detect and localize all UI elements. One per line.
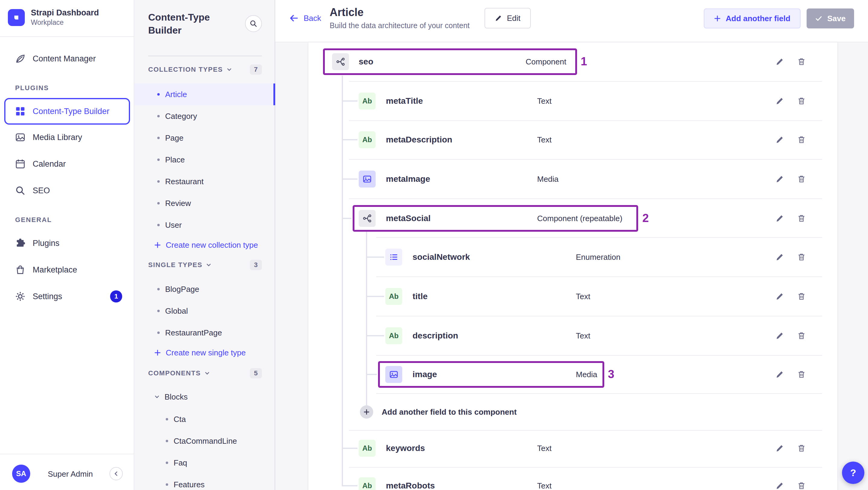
subnav-item-restaurant[interactable]: Restaurant [134, 171, 275, 192]
subnav-item-features[interactable]: Features [134, 474, 275, 490]
workspace-subtitle: Workplace [31, 18, 99, 27]
annotation-number-2: 2 [642, 212, 649, 225]
save-button[interactable]: Save [807, 8, 854, 28]
nav-item-media-library[interactable]: Media Library [0, 125, 134, 149]
field-row-metatitle[interactable]: Ab metaTitle Text [309, 84, 837, 119]
layout-grid-icon [15, 106, 25, 117]
bullet-icon [157, 137, 160, 139]
count-badge: 5 [250, 368, 262, 378]
field-row-image[interactable]: image Media [309, 357, 837, 392]
delete-field-button[interactable] [794, 211, 809, 226]
edit-field-button[interactable] [772, 329, 787, 343]
plus-icon [360, 405, 373, 419]
delete-field-button[interactable] [794, 479, 809, 490]
annotation-number-1: 1 [581, 55, 587, 68]
edit-field-button[interactable] [772, 55, 787, 69]
bullet-icon [157, 288, 160, 290]
nav-item-settings[interactable]: Settings 1 [0, 284, 134, 308]
delete-field-button[interactable] [794, 250, 809, 264]
nav-item-label: Settings [33, 292, 62, 301]
collapse-sidebar-button[interactable] [110, 467, 123, 480]
field-row-metarobots[interactable]: Ab metaRobots Text [309, 468, 837, 490]
brand: Strapi Dashboard Workplace [8, 8, 99, 27]
back-link[interactable]: Back [289, 7, 321, 29]
subnav-item-global[interactable]: Global [134, 300, 275, 322]
edit-field-button[interactable] [772, 250, 787, 264]
single-types-header[interactable]: SINGLE TYPES 3 [148, 259, 262, 271]
create-single-type-link[interactable]: Create new single type [154, 346, 246, 359]
delete-field-button[interactable] [794, 367, 809, 382]
subnav-item-category[interactable]: Category [134, 105, 275, 127]
fields-panel: seo Component Ab metaTitle Text Ab metaD… [309, 42, 837, 490]
strapi-dashboard: Strapi Dashboard Workplace Content Manag… [0, 0, 868, 490]
components-header[interactable]: COMPONENTS 5 [148, 367, 262, 379]
subnav-item-ctacommandline[interactable]: CtaCommandLine [134, 430, 275, 452]
subnav-item-faq[interactable]: Faq [134, 452, 275, 474]
subnav-item-review[interactable]: Review [134, 192, 275, 214]
add-another-field-button[interactable]: Add another field [704, 8, 801, 28]
nav-item-content-type-builder[interactable]: Content-Type Builder [4, 98, 130, 125]
nav-item-calendar[interactable]: Calendar [0, 152, 134, 176]
subnav-item-place[interactable]: Place [134, 149, 275, 171]
subnav-item-user[interactable]: User [134, 214, 275, 236]
field-name: metaDescription [386, 135, 452, 145]
user-avatar[interactable]: SA [12, 465, 30, 483]
help-button[interactable]: ? [842, 462, 864, 484]
edit-field-button[interactable] [772, 367, 787, 382]
delete-field-button[interactable] [794, 172, 809, 186]
arrow-left-icon [289, 13, 299, 23]
nav-item-marketplace[interactable]: Marketplace [0, 258, 134, 282]
text-field-icon: Ab [359, 93, 376, 110]
edit-field-button[interactable] [772, 132, 787, 147]
bullet-icon [157, 115, 160, 117]
count-badge: 7 [250, 64, 262, 75]
row-actions [772, 289, 809, 304]
row-actions [772, 479, 809, 490]
nav-item-label: Media Library [33, 133, 82, 142]
field-row-metadescription[interactable]: Ab metaDescription Text [309, 122, 837, 157]
field-row-title[interactable]: Ab title Text [309, 279, 837, 314]
row-actions [772, 55, 809, 69]
add-component-field-row[interactable]: Add another field to this component [309, 394, 837, 429]
calendar-icon [15, 159, 25, 169]
field-row-seo[interactable]: seo Component [309, 44, 837, 79]
field-row-description[interactable]: Ab description Text [309, 318, 837, 353]
edit-field-button[interactable] [772, 479, 787, 490]
edit-field-button[interactable] [772, 211, 787, 226]
nav-item-seo[interactable]: SEO [0, 179, 134, 203]
create-collection-type-link[interactable]: Create new collection type [154, 238, 258, 252]
edit-field-button[interactable] [772, 289, 787, 304]
delete-field-button[interactable] [794, 55, 809, 69]
edit-field-button[interactable] [772, 441, 787, 456]
nav-item-plugins[interactable]: Plugins [0, 231, 134, 255]
subnav-item-article[interactable]: Article [134, 84, 275, 105]
subnav-item-cta[interactable]: Cta [134, 408, 275, 430]
nav-item-label: Calendar [33, 159, 66, 169]
field-row-keywords[interactable]: Ab keywords Text [309, 431, 837, 466]
edit-button[interactable]: Edit [485, 8, 531, 28]
subnav-item-blogpage[interactable]: BlogPage [134, 278, 275, 300]
delete-field-button[interactable] [794, 94, 809, 108]
delete-field-button[interactable] [794, 132, 809, 147]
field-name: metaTitle [386, 96, 423, 106]
subnav-item-blocks[interactable]: Blocks [134, 386, 275, 408]
edit-field-button[interactable] [772, 172, 787, 186]
delete-field-button[interactable] [794, 441, 809, 456]
row-actions [772, 132, 809, 147]
field-row-metaimage[interactable]: metaImage Media [309, 161, 837, 196]
subnav-item-page[interactable]: Page [134, 127, 275, 149]
row-actions [772, 441, 809, 456]
edit-field-button[interactable] [772, 94, 787, 108]
nav-item-content-manager[interactable]: Content Manager [0, 47, 134, 71]
bullet-icon [157, 180, 160, 183]
subnav-item-restaurantpage[interactable]: RestaurantPage [134, 322, 275, 344]
field-row-socialnetwork[interactable]: socialNetwork Enumeration [309, 240, 837, 275]
nav-item-label: Marketplace [33, 265, 77, 275]
search-button[interactable] [245, 15, 262, 32]
field-row-metasocial[interactable]: metaSocial Component (repeatable) [309, 201, 837, 236]
delete-field-button[interactable] [794, 289, 809, 304]
delete-field-button[interactable] [794, 329, 809, 343]
collection-types-header[interactable]: COLLECTION TYPES 7 [148, 63, 262, 75]
subnav-title: Content-Type Builder [148, 11, 239, 37]
chevron-down-icon [154, 394, 160, 400]
